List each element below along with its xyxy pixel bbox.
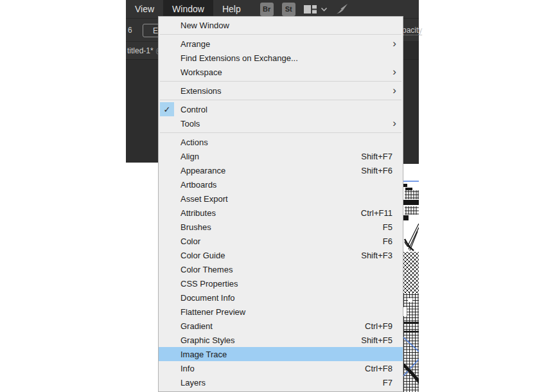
menu-item-gutter — [159, 163, 181, 177]
menu-separator — [160, 81, 401, 82]
menu-item-control[interactable]: ✓Control — [159, 102, 403, 116]
menu-item-appearance[interactable]: AppearanceShift+F6 — [159, 163, 403, 177]
menu-item-label: Document Info — [181, 293, 403, 303]
shortcut-label: Shift+F7 — [361, 152, 392, 161]
shortcut-label: F7 — [383, 378, 392, 388]
menu-item-actions[interactable]: Actions — [159, 135, 403, 149]
menu-item-gutter — [159, 116, 181, 130]
menu-item-label: Graphic Styles — [181, 335, 361, 345]
menu-separator — [160, 100, 401, 100]
canvas-area-right — [403, 59, 419, 164]
submenu-arrow-icon: › — [392, 117, 396, 130]
opacity-link[interactable]: pacity — [402, 26, 422, 35]
shortcut-label: F5 — [383, 222, 392, 232]
menu-item-label: Arrange — [181, 39, 392, 49]
menu-item-label: Flattener Preview — [181, 307, 403, 317]
rocket-icon[interactable] — [336, 3, 349, 15]
menu-item-image-trace[interactable]: Image Trace — [159, 347, 403, 361]
menu-item-graphic-styles[interactable]: Graphic StylesShift+F5 — [159, 333, 403, 347]
menu-item-document-info[interactable]: Document Info — [159, 290, 403, 305]
menu-item-label: Extensions — [181, 86, 392, 96]
menu-item-gutter — [159, 305, 181, 319]
menu-item-asset-export[interactable]: Asset Export — [159, 192, 403, 206]
menu-item-css-properties[interactable]: CSS Properties — [159, 276, 403, 290]
menu-item-gutter — [159, 375, 181, 389]
menu-item-label: Actions — [181, 138, 403, 147]
menubar-icon-group: Br St — [260, 3, 349, 16]
menu-item-find-extensions-on-exchange[interactable]: Find Extensions on Exchange... — [159, 51, 403, 65]
shortcut-label: Ctrl+F11 — [361, 208, 392, 218]
menu-item-attributes[interactable]: AttributesCtrl+F11 — [159, 206, 403, 220]
menu-item-info[interactable]: InfoCtrl+F8 — [159, 361, 403, 375]
menu-item-layers[interactable]: LayersF7 — [159, 375, 403, 389]
menubar-item-view[interactable]: View — [126, 0, 163, 18]
shortcut-label: Shift+F3 — [361, 251, 392, 260]
menu-item-gutter — [159, 84, 181, 98]
menu-item-gutter — [159, 319, 181, 333]
menu-item-label: CSS Properties — [181, 279, 403, 289]
chevron-down-icon — [321, 7, 328, 12]
menu-item-gradient[interactable]: GradientCtrl+F9 — [159, 319, 403, 333]
menubar-item-window[interactable]: Window — [163, 0, 213, 18]
menu-item-color-guide[interactable]: Color GuideShift+F3 — [159, 248, 403, 262]
menu-item-new-window[interactable]: New Window — [159, 18, 403, 32]
menu-item-label: Appearance — [181, 166, 361, 175]
menu-item-label: Gradient — [181, 321, 365, 331]
menu-item-brushes[interactable]: BrushesF5 — [159, 220, 403, 234]
menu-item-gutter — [159, 220, 181, 234]
traced-artwork-thumbnail — [403, 179, 419, 392]
workspace-switcher-icon[interactable] — [304, 4, 328, 14]
shortcut-label: Ctrl+F8 — [365, 364, 392, 373]
menu-item-color[interactable]: ColorF6 — [159, 234, 403, 248]
shortcut-label: F6 — [383, 236, 392, 246]
menu-item-extensions[interactable]: Extensions› — [159, 84, 403, 98]
menu-item-label: Find Extensions on Exchange... — [181, 53, 403, 63]
shortcut-label: Shift+F5 — [361, 335, 392, 345]
menu-item-label: Brushes — [181, 222, 383, 232]
menu-item-gutter — [159, 51, 181, 65]
menu-item-gutter — [159, 347, 181, 361]
menu-item-label: Artboards — [181, 180, 403, 190]
menu-item-label: Align — [181, 152, 361, 161]
menu-item-align[interactable]: AlignShift+F7 — [159, 149, 403, 163]
workspace-layout-icon — [304, 4, 317, 14]
submenu-arrow-icon: › — [392, 66, 396, 78]
menu-item-label: Info — [181, 364, 365, 373]
menu-item-label: Color Guide — [181, 251, 361, 260]
menu-item-gutter — [159, 290, 181, 305]
artboard-sliver — [403, 164, 419, 392]
window-dropdown-menu: New WindowArrange›Find Extensions on Exc… — [158, 16, 403, 392]
menu-item-flattener-preview[interactable]: Flattener Preview — [159, 305, 403, 319]
menu-item-arrange[interactable]: Arrange› — [159, 37, 403, 51]
menu-item-tools[interactable]: Tools› — [159, 116, 403, 130]
menu-item-label: Control — [181, 105, 403, 114]
menu-item-color-themes[interactable]: Color Themes — [159, 262, 403, 276]
menu-item-gutter — [159, 37, 181, 51]
menu-item-gutter — [159, 135, 181, 149]
shortcut-label: Ctrl+F9 — [365, 321, 392, 331]
stock-badge-icon[interactable]: St — [282, 3, 295, 16]
menu-separator — [160, 34, 401, 35]
menu-item-label: Workspace — [181, 67, 392, 77]
menu-item-gutter — [159, 149, 181, 163]
menu-item-label: Image Trace — [181, 350, 403, 359]
menu-item-label: Tools — [181, 119, 392, 129]
menu-item-label: Layers — [181, 378, 383, 388]
checkmark-icon: ✓ — [160, 102, 174, 116]
menu-item-artboards[interactable]: Artboards — [159, 177, 403, 192]
menu-item-label: Asset Export — [181, 194, 403, 204]
submenu-arrow-icon: › — [392, 37, 396, 50]
menu-item-gutter — [159, 333, 181, 347]
menubar-item-help[interactable]: Help — [213, 0, 250, 18]
menu-item-gutter — [159, 177, 181, 192]
menu-item-label: Color Themes — [181, 265, 403, 274]
bridge-badge-icon[interactable]: Br — [260, 3, 274, 16]
menu-item-gutter — [159, 65, 181, 79]
menu-item-gutter — [159, 248, 181, 262]
menu-separator — [160, 132, 401, 133]
menu-item-gutter: ✓ — [159, 102, 181, 116]
canvas-area-left — [126, 59, 158, 163]
menu-item-workspace[interactable]: Workspace› — [159, 65, 403, 79]
control-value-fragment: 6 — [128, 26, 132, 35]
menu-item-gutter — [159, 234, 181, 248]
